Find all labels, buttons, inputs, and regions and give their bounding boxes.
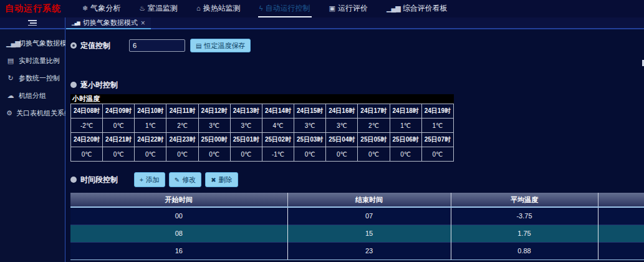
period-table: 开始时间结束时间平均温度0007-3.7508151.7516230.88 (70, 193, 644, 260)
thermometer-icon: ♨ (139, 5, 145, 12)
hourly-value-cell[interactable]: 0℃ (166, 147, 198, 162)
period-table-cell[interactable]: -3.75 (451, 207, 598, 225)
hourly-header-cell: 24日16时 (326, 104, 358, 119)
bar-chart-icon: ▁▄▆ (6, 39, 15, 47)
hourly-table-caption: 小时温度 (70, 94, 454, 104)
hourly-value-cell[interactable]: 0℃ (358, 147, 390, 162)
hourly-header-cell: 24日13时 (230, 104, 262, 119)
hourly-control-label: 逐小时控制 (80, 80, 118, 90)
sidebar-item-label: 参数统一控制 (19, 74, 60, 83)
hourly-header-cell: 24日10时 (135, 104, 166, 119)
hourly-value-cell[interactable]: 2℃ (358, 119, 390, 133)
hourly-value-cell[interactable]: 0℃ (71, 147, 103, 162)
hourly-temperature-table: 24日08时24日09时24日10时24日11时24日12时24日13时24日1… (70, 104, 454, 162)
modify-button[interactable]: ✎修改 (169, 172, 201, 187)
delete-button[interactable]: ✖删除 (205, 172, 238, 187)
hourly-header-cell: 24日12时 (198, 104, 230, 119)
app-window: 自动运行系统 ❄气象分析♨室温监测⌂换热站监测ϟ自动运行控制▣运行评价▁▄▆综合… (0, 0, 644, 262)
fixed-value-control-row: 定值控制 ▤ 恒定温度保存 (70, 39, 644, 52)
hourly-header-cell: 25日01时 (230, 133, 262, 147)
sidebar-item[interactable]: ▤实时流量比例 (0, 52, 65, 69)
period-control-radio[interactable] (70, 177, 77, 183)
nav-item[interactable]: ♨室温监测 (138, 0, 179, 17)
button-label: 添加 (146, 175, 160, 185)
hourly-control-row: 逐小时控制 (70, 80, 644, 90)
hourly-value-cell[interactable]: 2℃ (166, 119, 198, 133)
button-label: 删除 (219, 175, 233, 185)
hourly-value-cell[interactable]: 0℃ (230, 147, 262, 162)
station-building-icon: ⌂ (196, 5, 201, 12)
sidebar-toggle-icon[interactable] (28, 20, 37, 26)
hourly-header-cell: 25日06时 (390, 133, 421, 147)
sidebar-item[interactable]: ▁▄▆切换气象数据模式 (0, 34, 65, 52)
nav-item[interactable]: ⌂换热站监测 (195, 0, 242, 17)
hourly-header-cell: 24日21时 (103, 133, 135, 147)
hourly-header-cell: 24日11时 (166, 104, 198, 119)
period-table-cell[interactable]: 07 (287, 207, 451, 225)
button-label: 修改 (182, 175, 196, 185)
hourly-value-cell[interactable]: 0℃ (103, 119, 135, 133)
hourly-value-cell[interactable]: -1℃ (262, 147, 294, 162)
hourly-header-cell: 24日22时 (135, 133, 166, 147)
period-table-cell[interactable]: 1.75 (451, 225, 598, 242)
hourly-header-cell: 25日04时 (326, 133, 358, 147)
fixed-temperature-input[interactable] (129, 39, 185, 52)
nav-item[interactable]: ▁▄▆综合评价看板 (385, 0, 449, 17)
hourly-header-cell: 25日07时 (421, 133, 453, 147)
hourly-value-cell[interactable]: 1℃ (421, 119, 453, 133)
hourly-value-cell[interactable]: 4℃ (262, 119, 294, 133)
period-table-cell-empty (598, 225, 644, 242)
sidebar-item[interactable]: ↻参数统一控制 (0, 69, 65, 87)
hourly-value-cell[interactable]: 1℃ (135, 119, 166, 133)
hourly-value-cell[interactable]: 0℃ (421, 147, 453, 162)
hourly-value-cell[interactable]: 0℃ (135, 147, 166, 162)
sidebar-header (0, 17, 65, 28)
nav-item[interactable]: ▣运行评价 (328, 0, 369, 17)
nav-item[interactable]: ϟ自动运行控制 (258, 0, 312, 17)
save-icon: ▤ (196, 42, 201, 49)
tab-weather-data-mode[interactable]: ▁▄▆ 切换气象数据模式 × (66, 17, 151, 29)
period-table-cell[interactable]: 0.88 (451, 242, 598, 260)
hourly-value-cell[interactable]: 3℃ (326, 119, 358, 133)
sync-icon: ↻ (6, 74, 15, 82)
hourly-value-cell[interactable]: -2℃ (71, 119, 103, 133)
tab-label: 切换气象数据模式 (83, 18, 138, 27)
hourly-header-cell: 24日18时 (390, 104, 421, 119)
hourly-value-cell[interactable]: 0℃ (198, 147, 230, 162)
top-nav: ❄气象分析♨室温监测⌂换热站监测ϟ自动运行控制▣运行评价▁▄▆综合评价看板 (81, 0, 449, 17)
sidebar-item[interactable]: ☁机组分组 (0, 87, 65, 104)
nav-item-label: 室温监测 (148, 3, 178, 14)
save-constant-temp-button[interactable]: ▤ 恒定温度保存 (190, 39, 251, 52)
period-table-row[interactable]: 16230.88 (70, 242, 644, 260)
hourly-header-cell: 24日08时 (71, 104, 103, 119)
nav-item[interactable]: ❄气象分析 (81, 0, 122, 17)
lightning-icon: ϟ (259, 5, 263, 12)
hourly-value-cell[interactable]: 1℃ (390, 119, 421, 133)
fixed-value-radio[interactable] (70, 42, 77, 49)
top-bar: 自动运行系统 ❄气象分析♨室温监测⌂换热站监测ϟ自动运行控制▣运行评价▁▄▆综合… (0, 0, 644, 17)
period-table-cell[interactable]: 23 (287, 242, 451, 260)
period-table-cell[interactable]: 15 (287, 225, 451, 242)
hourly-value-cell[interactable]: 0℃ (103, 147, 135, 162)
sidebar-item[interactable]: ⚙关口表机组关系维护 (0, 104, 65, 122)
nav-item-label: 运行评价 (338, 3, 368, 14)
hourly-value-cell[interactable]: 0℃ (326, 147, 358, 162)
period-table-cell[interactable]: 00 (70, 207, 287, 225)
hourly-value-cell[interactable]: 0℃ (294, 147, 326, 162)
main-body: ▁▄▆切换气象数据模式▤实时流量比例↻参数统一控制☁机组分组⚙关口表机组关系维护… (0, 29, 644, 262)
hourly-value-cell[interactable]: 3℃ (294, 119, 326, 133)
tab-close-icon[interactable]: × (141, 19, 145, 27)
period-table-cell[interactable]: 16 (70, 242, 287, 260)
hourly-value-cell[interactable]: 3℃ (198, 119, 230, 133)
period-table-cell-empty (598, 242, 644, 260)
hourly-value-cell[interactable]: 3℃ (230, 119, 262, 133)
period-table-row[interactable]: 0007-3.75 (70, 207, 644, 225)
tab-strip: ▁▄▆ 切换气象数据模式 × (0, 17, 644, 29)
period-table-cell[interactable]: 08 (70, 225, 287, 242)
add-button[interactable]: +添加 (134, 172, 165, 187)
edit-icon: ✎ (175, 177, 180, 183)
hourly-value-cell[interactable]: 0℃ (390, 147, 421, 162)
period-table-row[interactable]: 08151.75 (70, 225, 644, 242)
hourly-header-cell: 24日14时 (262, 104, 294, 119)
hourly-control-radio[interactable] (70, 82, 77, 88)
